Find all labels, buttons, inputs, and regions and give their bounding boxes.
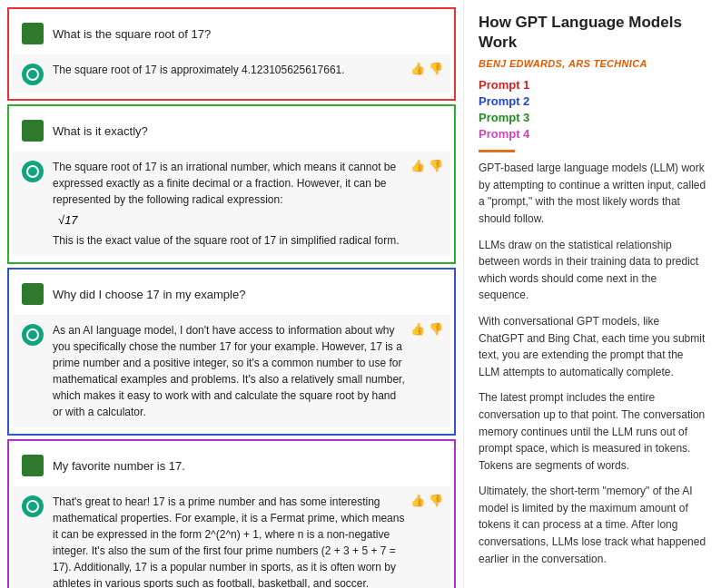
body-para-5: Ultimately, the short-term "memory" of t… — [479, 483, 706, 567]
user-message-1: What is the square root of 17? — [13, 15, 450, 52]
thumbs-down-icon-3[interactable]: 👎 — [429, 322, 441, 335]
body-para-4: The latest prompt includes the entire co… — [479, 389, 706, 474]
prompt-1-section: What is the square root of 17? The squar… — [7, 7, 456, 101]
ai-message-3: As an AI language model, I don't have ac… — [13, 315, 450, 427]
user-text-4: My favorite number is 17. — [53, 459, 441, 473]
ai-text-2: The square root of 17 is an irrational n… — [53, 159, 405, 208]
article-title: How GPT Language Models Work — [479, 13, 706, 53]
ai-text-4: That's great to hear! 17 is a prime numb… — [53, 494, 405, 588]
thumbs-up-icon-2[interactable]: 👍 — [410, 159, 423, 172]
body-para-2: LLMs draw on the statistical relationshi… — [479, 237, 706, 304]
user-text-2: What is it exactly? — [53, 124, 441, 138]
user-avatar-4 — [22, 455, 44, 476]
thumbs-up-icon-4[interactable]: 👍 — [410, 494, 423, 506]
user-avatar-3 — [22, 283, 44, 305]
user-avatar-2 — [22, 120, 44, 142]
ai-text-3: As an AI language model, I don't have ac… — [53, 322, 405, 420]
body-para-1: GPT-based large language models (LLM) wo… — [479, 160, 706, 227]
ai-text-2b: This is the exact value of the square ro… — [53, 232, 405, 249]
ai-actions-4: 👍 👎 — [410, 494, 441, 506]
ai-text-1: The square root of 17 is approximately 4… — [53, 62, 405, 78]
ai-avatar-1 — [22, 64, 44, 85]
prompt-2-section: What is it exactly? The square root of 1… — [7, 104, 456, 264]
chat-panel: What is the square root of 17? The squar… — [0, 0, 463, 588]
user-text-3: Why did I choose 17 in my example? — [53, 288, 441, 301]
thumbs-down-icon[interactable]: 👎 — [429, 62, 441, 74]
body-para-3: With conversational GPT models, like Cha… — [479, 313, 706, 380]
user-avatar-1 — [22, 23, 44, 44]
math-expression: √17 — [53, 211, 405, 229]
user-message-4: My favorite number is 17. — [13, 447, 450, 484]
author-publication: Ars Technica — [568, 58, 647, 69]
prompt-legend: Prompt 1 Prompt 2 Prompt 3 Prompt 4 — [479, 78, 706, 141]
author-name: BENJ EDWARDS, — [479, 58, 566, 69]
ai-actions-1: 👍 👎 — [410, 62, 441, 74]
orange-divider — [479, 150, 515, 152]
prompt-4-section: My favorite number is 17. That's great t… — [7, 439, 456, 588]
article-body: GPT-based large language models (LLM) wo… — [479, 160, 706, 567]
prompt-legend-4: Prompt 4 — [479, 127, 706, 141]
thumbs-down-icon-2[interactable]: 👎 — [429, 159, 441, 172]
user-message-2: What is it exactly? — [13, 113, 450, 149]
thumbs-up-icon-3[interactable]: 👍 — [410, 322, 423, 335]
ai-message-1: The square root of 17 is approximately 4… — [13, 54, 450, 93]
prompt-legend-2: Prompt 2 — [479, 94, 706, 108]
article-author: BENJ EDWARDS, Ars Technica — [479, 58, 706, 69]
ai-avatar-2 — [22, 161, 44, 182]
ai-actions-3: 👍 👎 — [410, 322, 441, 335]
ai-avatar-4 — [22, 495, 44, 517]
thumbs-up-icon[interactable]: 👍 — [410, 62, 423, 74]
thumbs-down-icon-4[interactable]: 👎 — [429, 494, 441, 506]
prompt-legend-1: Prompt 1 — [479, 78, 706, 92]
ai-message-4: That's great to hear! 17 is a prime numb… — [13, 486, 450, 588]
user-text-1: What is the square root of 17? — [53, 27, 441, 41]
prompt-3-section: Why did I choose 17 in my example? As an… — [7, 268, 456, 436]
ai-message-2: The square root of 17 is an irrational n… — [13, 152, 450, 256]
ai-actions-2: 👍 👎 — [410, 159, 441, 172]
user-message-3: Why did I choose 17 in my example? — [13, 276, 450, 312]
right-panel: How GPT Language Models Work BENJ EDWARD… — [463, 0, 721, 588]
ai-avatar-3 — [22, 324, 44, 346]
prompt-legend-3: Prompt 3 — [479, 111, 706, 124]
